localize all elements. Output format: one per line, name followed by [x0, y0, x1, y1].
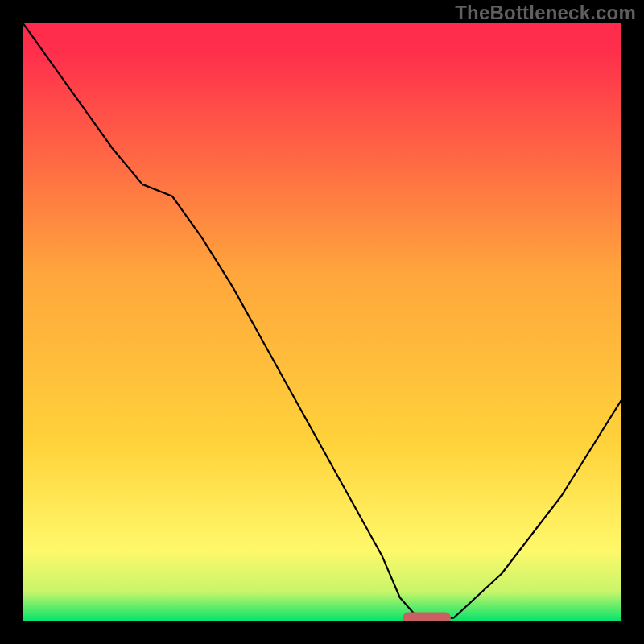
chart-svg — [23, 23, 621, 621]
optimal-marker — [402, 613, 451, 621]
plot-area — [23, 23, 621, 621]
watermark-text: TheBottleneck.com — [455, 2, 636, 24]
chart-stage: TheBottleneck.com — [0, 0, 644, 644]
plot-background — [23, 23, 621, 621]
